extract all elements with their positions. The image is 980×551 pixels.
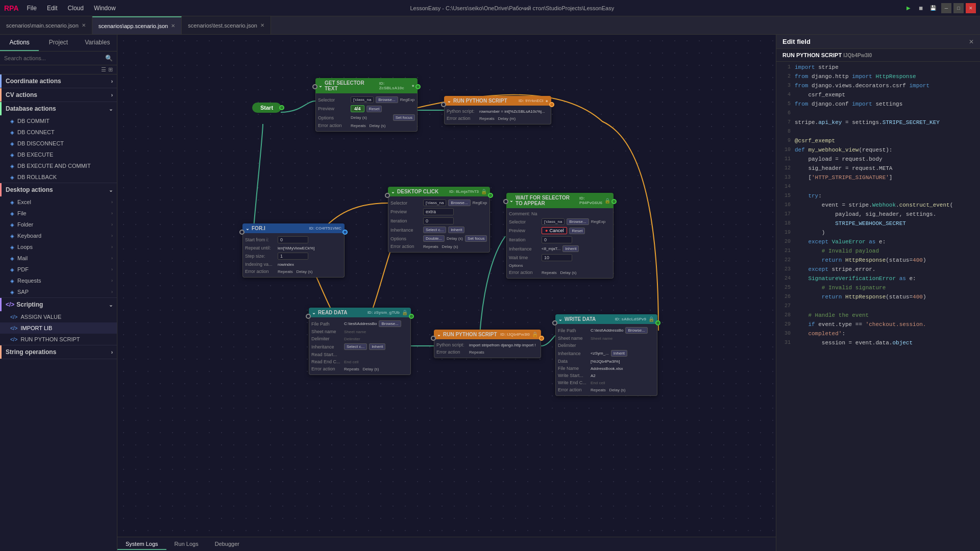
node-wfs-lock: 🔒 <box>604 198 610 204</box>
mail-label: Mail <box>17 255 28 261</box>
tab-system-logs[interactable]: System Logs <box>117 539 166 550</box>
code-line-24: 24 SignatureVerificationError as e: <box>776 275 980 284</box>
db-rollback-icon: ◈ <box>10 174 14 180</box>
section-header-coordinate[interactable]: Coordinate actions › <box>0 74 117 88</box>
wfs-wait-input[interactable] <box>542 254 572 261</box>
code-line-9: 9 @csrf_exempt <box>776 137 980 146</box>
node-dc-row-options: Options Double... Delay (s) Set focus <box>390 234 487 243</box>
node-get-selector[interactable]: ⌄ GET SELECTOR TEXT ID: ZcSBLsA10c ● Sel… <box>315 78 418 132</box>
sidebar-item-db-disconnect[interactable]: ◈ DB DISCONNECT <box>0 138 117 149</box>
maximize-button[interactable]: □ <box>953 3 964 13</box>
dc-preview-input[interactable] <box>423 208 454 215</box>
tab-run-logs[interactable]: Run Logs <box>166 539 207 550</box>
sidebar-item-db-execute-commit[interactable]: ◈ DB EXECUTE AND COMMIT <box>0 160 117 171</box>
code-editor[interactable]: 1 import stripe 2 from django.http impor… <box>776 62 980 551</box>
section-header-database[interactable]: Database actions ⌄ <box>0 102 117 115</box>
sidebar-item-db-commit[interactable]: ◈ DB COMMIT <box>0 115 117 127</box>
dc-iteration-input[interactable] <box>423 217 454 224</box>
tab-app-scenario[interactable]: scenarios\app.scenario.json ✕ <box>92 16 182 34</box>
import-lib-icon: </> <box>10 325 17 331</box>
sidebar-item-db-execute[interactable]: ◈ DB EXECUTE <box>0 149 117 160</box>
code-line-20: 20 except ValueError as e: <box>776 238 980 247</box>
section-scripting: </> Scripting ⌄ </> ASSIGN VALUE </> IMP… <box>0 298 117 345</box>
node-rps1-row-error: Error action Repeats Delay (m) <box>447 115 549 122</box>
node-rd-output <box>409 314 414 319</box>
menu-edit[interactable]: Edit <box>43 4 62 13</box>
sidebar-item-pdf[interactable]: ◈ PDF › <box>0 264 117 275</box>
app-logo: RPA <box>4 4 19 12</box>
sidebar-item-keyboard[interactable]: ◈ Keyboard › <box>0 230 117 241</box>
node-wfs-row-comment: Comment: Na <box>509 210 611 217</box>
node-dc-header: ⌄ DESKTOP CLICK ID: 8LmjaTfhT3 🔒 <box>388 187 490 196</box>
tab-test-scenario[interactable]: scenarios\test.scenario.json ✕ <box>182 16 271 34</box>
node-for-body: Start from i: Repeat until: len[%MyViewE… <box>242 233 345 278</box>
canvas-area[interactable]: Start ⌄ GET SELECTOR TEXT ID: ZcSBLsA10c… <box>117 35 776 551</box>
node-start[interactable]: Start <box>252 103 281 113</box>
node-read-data[interactable]: ⌄ READ DATA ID: zSysm_gTUb 🔒 File Path C… <box>309 308 411 375</box>
section-header-string[interactable]: String operations › <box>0 345 117 359</box>
tab-test-close[interactable]: ✕ <box>260 22 264 28</box>
for-step-input[interactable] <box>278 253 308 260</box>
section-header-cv[interactable]: CV actions › <box>0 88 117 102</box>
node-wfs-options-row: Options <box>509 262 611 269</box>
sidebar-item-loops[interactable]: ◈ Loops › <box>0 241 117 253</box>
loops-icon: ◈ <box>10 244 14 250</box>
requests-icon: ◈ <box>10 278 14 284</box>
start-output-pin <box>279 105 284 110</box>
keyboard-icon: ◈ <box>10 233 14 239</box>
menu-cloud[interactable]: Cloud <box>64 4 88 13</box>
sidebar-item-excel[interactable]: ◈ Excel › <box>0 196 117 208</box>
node-for-i[interactable]: ⌄ FOR.I ID: CO4fT51VMC Start from i: Rep… <box>242 223 345 278</box>
sidebar-tab-actions[interactable]: Actions <box>0 35 39 51</box>
grid-view-button[interactable]: ⊞ <box>108 66 113 73</box>
node-dc-row-error: Error action Repeats Delay (s) <box>390 243 487 250</box>
tab-main-scenario[interactable]: scenarios\main.scenario.json ✕ <box>0 16 92 34</box>
sidebar-item-db-connect[interactable]: ◈ DB CONNECT <box>0 127 117 138</box>
menu-window[interactable]: Window <box>90 4 120 13</box>
sidebar-tab-variables[interactable]: Variables <box>78 35 117 51</box>
wfs-iteration-input[interactable] <box>542 236 572 243</box>
folder-icon: ◈ <box>10 222 14 228</box>
play-button[interactable]: ▶ <box>904 4 913 12</box>
search-input[interactable] <box>4 55 103 61</box>
sidebar-item-db-rollback[interactable]: ◈ DB ROLLBACK <box>0 171 117 183</box>
code-line-7: 7 stripe.api_key = settings.STRIPE_SECRE… <box>776 119 980 128</box>
node-run-python-1[interactable]: ⌄ RUN PYTHON SCRIPT ID: 9YrknECI ● Pytho… <box>444 96 551 124</box>
node-rps2-output <box>539 336 544 341</box>
node-rps2-body: Python script: import stripefrom django.… <box>434 339 541 358</box>
sidebar-item-mail[interactable]: ◈ Mail › <box>0 253 117 264</box>
tab-main-close[interactable]: ✕ <box>82 22 86 28</box>
minimize-button[interactable]: ─ <box>941 3 951 13</box>
chevron-cv-icon: › <box>111 92 113 98</box>
node-run-python-2[interactable]: ⌄ RUN PYTHON SCRIPT ID: IJQb4Pw3I0 🔒 Pyt… <box>434 330 541 358</box>
code-line-13: 13 ['HTTP_STRIPE_SIGNATURE'] <box>776 174 980 183</box>
sidebar-item-sap[interactable]: ◈ SAP › <box>0 286 117 297</box>
sidebar-item-folder[interactable]: ◈ Folder › <box>0 219 117 230</box>
node-rps2-row-script: Python script: import stripefrom django.… <box>436 341 538 348</box>
titlebar: RPA File Edit Cloud Window LessonEasy - … <box>0 0 980 16</box>
sidebar-item-import-lib[interactable]: </> IMPORT LIB <box>0 322 117 334</box>
section-header-scripting[interactable]: </> Scripting ⌄ <box>0 298 117 311</box>
tab-debugger[interactable]: Debugger <box>207 539 248 550</box>
save-button[interactable]: 💾 <box>929 4 937 12</box>
node-write-data[interactable]: ⌄ WRITE DATA ID: sA8cLdSPv9 🔒 File Path … <box>555 314 657 396</box>
sidebar-item-requests[interactable]: ◈ Requests › <box>0 275 117 286</box>
list-view-button[interactable]: ☰ <box>101 66 106 73</box>
right-panel-close-button[interactable]: ✕ <box>969 38 974 45</box>
close-button[interactable]: ✕ <box>966 3 976 13</box>
node-rd-input <box>306 314 311 319</box>
sidebar-tab-project[interactable]: Project <box>39 35 78 51</box>
right-panel-header: Edit field ✕ <box>776 35 980 49</box>
sidebar-item-assign-value[interactable]: </> ASSIGN VALUE <box>0 311 117 322</box>
tab-app-close[interactable]: ✕ <box>171 23 175 29</box>
section-header-desktop[interactable]: Desktop actions ⌄ <box>0 183 117 196</box>
tab-main-label: scenarios\main.scenario.json <box>6 22 79 29</box>
menu-file[interactable]: File <box>23 4 41 13</box>
sidebar-item-run-python[interactable]: </> RUN PYTHON SCRIPT <box>0 334 117 345</box>
node-wait-selector[interactable]: ⌄ WAIT FOR SELECTOR TO APPEAR ID: P84PvG… <box>506 193 614 279</box>
for-start-input[interactable] <box>278 236 308 243</box>
code-line-27: 27 <box>776 303 980 312</box>
stop-button[interactable]: ◼ <box>917 4 925 12</box>
node-desktop-click[interactable]: ⌄ DESKTOP CLICK ID: 8LmjaTfhT3 🔒 Selecto… <box>388 187 490 253</box>
sidebar-item-file[interactable]: ◈ File › <box>0 208 117 219</box>
